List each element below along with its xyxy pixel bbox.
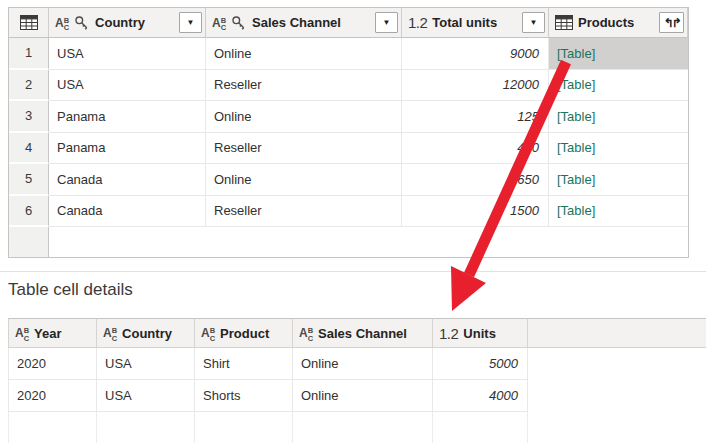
key-icon xyxy=(74,15,90,31)
key-icon xyxy=(231,15,247,31)
cell-country[interactable]: Panama xyxy=(49,133,206,165)
details-cell-country: USA xyxy=(97,380,195,412)
cell-country[interactable]: Canada xyxy=(49,164,206,196)
details-cell-blank xyxy=(528,348,706,380)
cell-sales-channel[interactable]: Reseller xyxy=(206,70,402,102)
cell-sales-channel[interactable]: Reseller xyxy=(206,196,402,228)
text-type-icon: ABC xyxy=(201,324,215,341)
details-title: Table cell details xyxy=(8,280,133,300)
cell-sales-channel[interactable]: Reseller xyxy=(206,133,402,165)
cell-country[interactable]: USA xyxy=(49,70,206,102)
select-all-corner[interactable] xyxy=(9,8,49,38)
details-cell-sales-channel: Online xyxy=(293,380,433,412)
filter-arrow-icon: ▼ xyxy=(383,19,391,27)
details-cell-year: 2020 xyxy=(8,380,97,412)
details-partial-row-cell xyxy=(528,412,706,443)
details-cell-units: 5000 xyxy=(433,348,528,380)
cell-products-table-link[interactable]: [Table] xyxy=(549,38,688,70)
details-header-country: ABC Country xyxy=(97,318,195,348)
text-type-icon: ABC xyxy=(212,14,226,31)
text-type-icon: ABC xyxy=(15,324,29,341)
column-label: Total units xyxy=(432,15,497,30)
row-number[interactable]: 5 xyxy=(9,164,49,196)
row-number[interactable]: 2 xyxy=(9,70,49,102)
cell-total-units[interactable]: 1500 xyxy=(402,196,549,228)
details-cell-year: 2020 xyxy=(8,348,97,380)
expand-column-button[interactable]: ↰↱ xyxy=(659,12,684,33)
details-header-blank xyxy=(528,318,706,348)
cell-sales-channel[interactable]: Online xyxy=(206,164,402,196)
cell-products-table-link[interactable]: [Table] xyxy=(549,133,688,165)
details-cell-units: 4000 xyxy=(433,380,528,412)
cell-total-units[interactable]: 450 xyxy=(402,133,549,165)
cell-country[interactable]: Canada xyxy=(49,196,206,228)
details-cell-country: USA xyxy=(97,348,195,380)
column-label: Products xyxy=(578,15,634,30)
text-type-icon: ABC xyxy=(103,324,117,341)
cell-total-units[interactable]: 2650 xyxy=(402,164,549,196)
empty-row xyxy=(49,227,688,257)
pane-divider xyxy=(0,271,706,272)
cell-products-table-link[interactable]: [Table] xyxy=(549,70,688,102)
details-header-product: ABC Product xyxy=(195,318,293,348)
text-type-icon: ABC xyxy=(55,14,69,31)
details-partial-row-cell xyxy=(195,412,293,443)
column-label: Sales Channel xyxy=(252,15,341,30)
filter-arrow-icon: ▼ xyxy=(530,19,538,27)
row-number[interactable]: 4 xyxy=(9,133,49,165)
details-partial-row-cell xyxy=(97,412,195,443)
details-partial-row-cell xyxy=(433,412,528,443)
cell-products-table-link[interactable]: [Table] xyxy=(549,196,688,228)
table-type-icon xyxy=(555,15,573,30)
row-number[interactable]: 3 xyxy=(9,101,49,133)
cell-country[interactable]: Panama xyxy=(49,101,206,133)
cell-total-units[interactable]: 9000 xyxy=(402,38,549,70)
filter-button[interactable]: ▼ xyxy=(375,12,398,33)
cell-total-units[interactable]: 125 xyxy=(402,101,549,133)
details-header-sales-channel: ABC Sales Channel xyxy=(293,318,433,348)
details-cell-sales-channel: Online xyxy=(293,348,433,380)
details-header-year: ABC Year xyxy=(8,318,97,348)
table-grid-icon xyxy=(20,15,38,30)
details-cell-product: Shirt xyxy=(195,348,293,380)
cell-sales-channel[interactable]: Online xyxy=(206,38,402,70)
table-cell-details-pane: ABC Year ABC Country ABC Product ABC Sal… xyxy=(8,318,706,443)
number-type-icon: 1.2 xyxy=(439,325,458,342)
power-query-preview: ABC Country ▼ ABC xyxy=(0,0,706,443)
column-header-total-units[interactable]: 1.2 Total units ▼ xyxy=(402,8,549,38)
expand-icon: ↰↱ xyxy=(663,17,679,29)
column-header-country[interactable]: ABC Country ▼ xyxy=(49,8,206,38)
column-label: Country xyxy=(95,15,145,30)
row-number[interactable]: 6 xyxy=(9,196,49,228)
column-header-products[interactable]: Products ↰↱ xyxy=(549,8,688,38)
filter-button[interactable]: ▼ xyxy=(179,12,202,33)
filter-button[interactable]: ▼ xyxy=(522,12,545,33)
details-cell-product: Shorts xyxy=(195,380,293,412)
details-header-units: 1.2 Units xyxy=(433,318,528,348)
row-number[interactable]: 1 xyxy=(9,38,49,70)
text-type-icon: ABC xyxy=(299,324,313,341)
cell-sales-channel[interactable]: Online xyxy=(206,101,402,133)
column-header-sales-channel[interactable]: ABC Sales Channel ▼ xyxy=(206,8,402,38)
cell-products-table-link[interactable]: [Table] xyxy=(549,164,688,196)
number-type-icon: 1.2 xyxy=(408,14,427,31)
cell-total-units[interactable]: 12000 xyxy=(402,70,549,102)
details-cell-blank xyxy=(528,380,706,412)
cell-products-table-link[interactable]: [Table] xyxy=(549,101,688,133)
filter-arrow-icon: ▼ xyxy=(187,19,195,27)
cell-country[interactable]: USA xyxy=(49,38,206,70)
row-number-gutter-empty xyxy=(9,227,49,257)
data-preview-table: ABC Country ▼ ABC xyxy=(8,7,689,258)
details-partial-row-cell xyxy=(8,412,97,443)
details-partial-row-cell xyxy=(293,412,433,443)
